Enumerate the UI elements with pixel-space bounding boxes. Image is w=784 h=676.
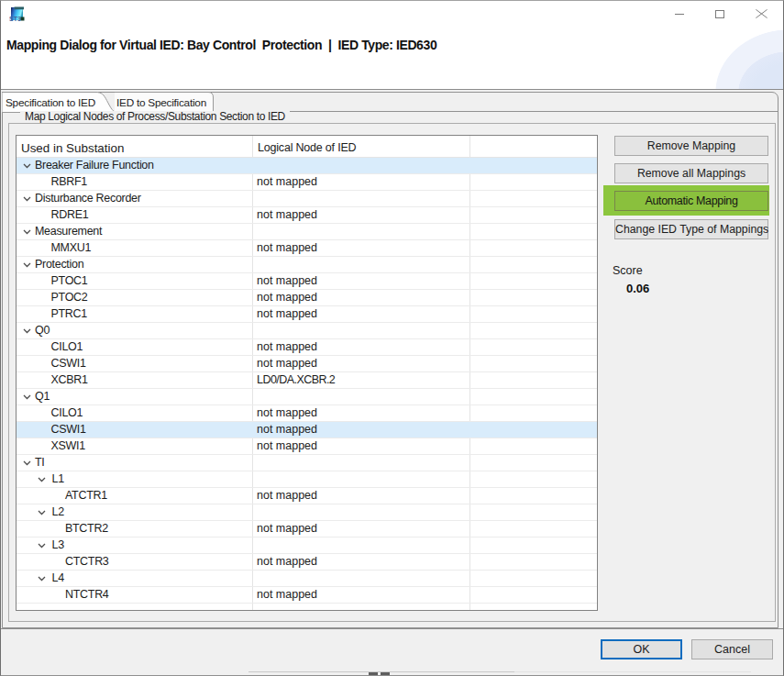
svg-text:ST3: ST3 — [9, 16, 21, 22]
